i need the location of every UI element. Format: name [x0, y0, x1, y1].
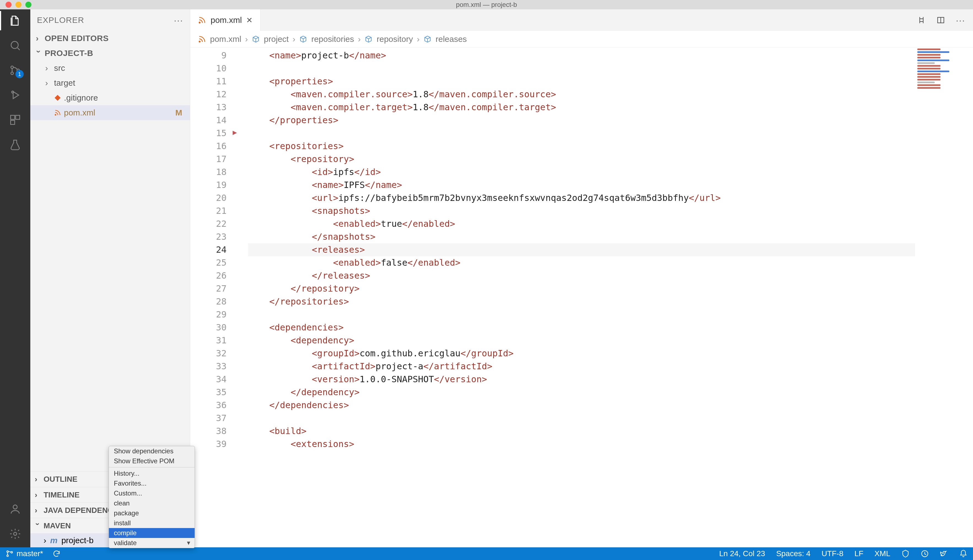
fold-marker-icon: ▶ — [233, 128, 237, 137]
breadcrumb-item[interactable]: repositories — [311, 35, 354, 44]
breadcrumb-item[interactable]: project — [264, 35, 288, 44]
chevron-right-icon: › — [35, 490, 41, 499]
chevron-right-icon: › — [292, 35, 295, 44]
status-encoding[interactable]: UTF-8 — [821, 549, 843, 558]
activity-explorer-icon[interactable] — [8, 14, 22, 28]
ctx-favorites[interactable]: Favorites... — [109, 478, 195, 488]
chevron-right-icon: › — [36, 33, 42, 43]
status-tweet-icon[interactable] — [940, 550, 948, 558]
ctx-history[interactable]: History... — [109, 468, 195, 478]
open-editors-section[interactable]: › OPEN EDITORS — [30, 31, 190, 46]
chevron-right-icon: › — [45, 63, 51, 73]
symbol-icon — [299, 35, 307, 43]
activity-search-icon[interactable] — [8, 38, 22, 52]
file-pom-xml[interactable]: › pom.xml M — [30, 105, 190, 120]
svg-point-0 — [11, 41, 18, 48]
chevron-right-icon: › — [35, 506, 41, 515]
window-title: pom.xml — project-b — [456, 1, 517, 8]
xml-file-icon — [198, 35, 206, 43]
folder-target[interactable]: › target — [30, 75, 190, 90]
status-live-share-icon[interactable] — [921, 550, 929, 558]
folder-label: src — [54, 63, 65, 73]
ctx-clean[interactable]: clean — [109, 498, 195, 508]
editor-area: pom.xml ✕ ··· pom.xml › project › — [190, 9, 973, 547]
editor-tab-bar: pom.xml ✕ ··· — [190, 9, 973, 31]
editor-more-icon[interactable]: ··· — [956, 15, 965, 26]
activity-debug-icon[interactable] — [8, 88, 22, 102]
folder-src[interactable]: › src — [30, 61, 190, 75]
split-editor-icon[interactable] — [936, 16, 945, 24]
chevron-down-icon: › — [34, 50, 43, 56]
code-editor[interactable]: 9101112131415161718192021222324252627282… — [190, 47, 973, 547]
code-lines[interactable]: <name>project-b</name> <properties> <mav… — [248, 47, 973, 547]
gitignore-file-icon — [54, 94, 61, 102]
git-modified-badge: M — [175, 108, 182, 117]
xml-file-icon — [54, 109, 61, 116]
breadcrumb[interactable]: pom.xml › project › repositories › repos… — [190, 31, 973, 47]
activity-settings-icon[interactable] — [8, 527, 22, 541]
explorer-more-icon[interactable]: ··· — [174, 15, 183, 26]
status-bar: master* Ln 24, Col 23 Spaces: 4 UTF-8 LF… — [0, 547, 973, 560]
activity-source-control-icon[interactable]: 1 — [8, 63, 22, 77]
breadcrumb-item[interactable]: repository — [377, 35, 413, 44]
activity-extensions-icon[interactable] — [8, 113, 22, 127]
window-zoom-button[interactable] — [25, 2, 32, 8]
ctx-install[interactable]: install — [109, 518, 195, 528]
project-root-label: PROJECT-B — [45, 48, 93, 58]
status-indentation[interactable]: Spaces: 4 — [776, 549, 811, 558]
breadcrumb-file[interactable]: pom.xml — [210, 35, 241, 44]
ctx-compile[interactable]: compile — [109, 528, 195, 538]
maven-project-label: project-b — [62, 536, 94, 545]
maven-label: MAVEN — [43, 522, 71, 530]
status-eol[interactable]: LF — [855, 549, 863, 558]
status-cursor-position[interactable]: Ln 24, Col 23 — [719, 549, 765, 558]
symbol-icon — [364, 35, 373, 43]
explorer-sidebar: EXPLORER ··· › OPEN EDITORS › PROJECT-B … — [30, 9, 190, 547]
svg-point-13 — [199, 41, 200, 42]
tab-close-icon[interactable]: ✕ — [246, 16, 253, 25]
chevron-down-icon: › — [33, 523, 42, 529]
ctx-validate[interactable]: validate — [109, 538, 195, 548]
svg-point-8 — [13, 505, 17, 509]
svg-rect-7 — [11, 120, 15, 125]
chevron-right-icon: › — [45, 78, 51, 88]
status-feedback-icon[interactable] — [901, 550, 910, 558]
file-label: pom.xml — [64, 108, 95, 117]
minimap[interactable] — [915, 47, 973, 547]
ctx-custom[interactable]: Custom... — [109, 488, 195, 498]
symbol-icon — [423, 35, 432, 43]
ctx-show-dependencies[interactable]: Show dependencies — [109, 446, 195, 456]
activity-bar: 1 — [0, 9, 30, 547]
compare-changes-icon[interactable] — [917, 16, 926, 24]
breadcrumb-item[interactable]: releases — [435, 35, 467, 44]
status-branch[interactable]: master* — [5, 549, 43, 558]
svg-rect-6 — [16, 115, 20, 120]
xml-file-icon — [198, 16, 206, 24]
svg-point-4 — [12, 91, 13, 93]
scm-badge: 1 — [15, 70, 24, 78]
svg-point-11 — [199, 22, 200, 23]
svg-point-15 — [7, 555, 8, 557]
chevron-right-icon: › — [43, 536, 46, 545]
ctx-package[interactable]: package — [109, 508, 195, 518]
status-language[interactable]: XML — [874, 549, 890, 558]
outline-label: OUTLINE — [43, 475, 77, 484]
project-root-section[interactable]: › PROJECT-B — [30, 46, 190, 61]
editor-tab-pom[interactable]: pom.xml ✕ — [190, 9, 260, 31]
ctx-show-effective-pom[interactable]: Show Effective POM — [109, 456, 195, 466]
svg-point-1 — [11, 66, 13, 68]
fold-column: ▶ — [232, 47, 248, 547]
explorer-title: EXPLORER — [37, 15, 84, 25]
chevron-right-icon: › — [245, 35, 248, 44]
editor-tab-label: pom.xml — [211, 15, 242, 25]
window-minimize-button[interactable] — [15, 2, 22, 8]
status-branch-label: master* — [17, 549, 43, 558]
status-notifications-icon[interactable] — [959, 550, 968, 558]
file-gitignore[interactable]: › .gitignore — [30, 90, 190, 105]
svg-rect-5 — [11, 115, 15, 120]
activity-account-icon[interactable] — [8, 502, 22, 516]
svg-point-10 — [55, 114, 56, 115]
activity-test-icon[interactable] — [8, 138, 22, 152]
window-close-button[interactable] — [5, 2, 12, 8]
status-sync-icon[interactable] — [52, 550, 61, 558]
